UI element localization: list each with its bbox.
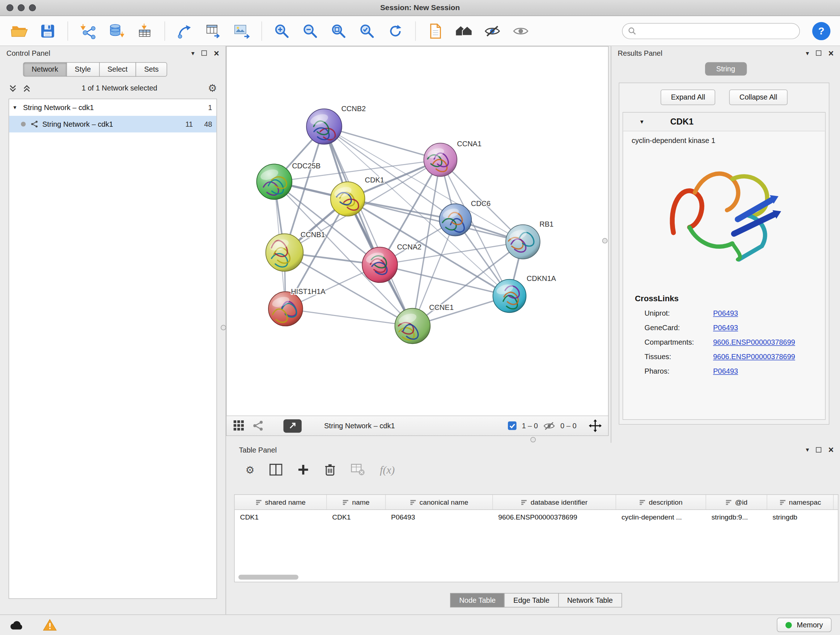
export-image-button[interactable] — [229, 18, 254, 44]
table-settings-gear-icon[interactable]: ⚙ — [245, 464, 254, 475]
warning-icon[interactable] — [43, 619, 57, 631]
zoom-out-button[interactable] — [297, 18, 323, 44]
float-panel-icon[interactable] — [816, 447, 821, 453]
open-in-new-window-button[interactable] — [283, 419, 302, 432]
expand-all-icon[interactable] — [22, 84, 31, 93]
network-node-HIST1H1A[interactable]: HIST1H1A — [268, 287, 325, 326]
panel-menu-icon[interactable]: ▾ — [191, 49, 195, 57]
import-table-button[interactable] — [132, 18, 157, 44]
import-network-from-database-button[interactable] — [103, 18, 129, 44]
open-session-button[interactable] — [6, 18, 32, 44]
zoom-fit-icon — [331, 23, 347, 39]
browser-home-button[interactable] — [451, 18, 477, 44]
network-node-CCNA1[interactable]: CCNA1 — [424, 140, 482, 176]
network-edge[interactable] — [324, 127, 440, 160]
close-window-button[interactable] — [6, 4, 13, 11]
hidden-eye-slash-icon[interactable] — [543, 421, 556, 431]
crosslink-value-link[interactable]: P06493 — [713, 324, 738, 332]
show-graphics-details-button[interactable] — [508, 18, 534, 44]
pan-crosshair-icon[interactable] — [589, 419, 602, 432]
add-column-icon[interactable] — [297, 464, 309, 476]
results-panel-title: Results Panel — [618, 49, 662, 57]
column-header-shared-name[interactable]: shared name — [235, 495, 327, 509]
help-button[interactable]: ? — [812, 22, 830, 40]
birds-eye-view-icon[interactable] — [233, 420, 245, 432]
crosslinks-list: Uniprot:P06493GeneCard:P06493Compartment… — [623, 306, 825, 379]
tab-edge-table[interactable]: Edge Table — [504, 593, 559, 608]
hide-graphics-details-button[interactable] — [479, 18, 505, 44]
splitter-handle[interactable] — [221, 325, 226, 330]
save-session-button[interactable] — [35, 18, 60, 44]
memory-button[interactable]: Memory — [777, 618, 832, 632]
tab-select[interactable]: Select — [99, 62, 136, 77]
collapse-all-button[interactable]: Collapse All — [729, 89, 788, 105]
panel-menu-icon[interactable]: ▾ — [806, 49, 809, 57]
minimize-window-button[interactable] — [18, 4, 25, 11]
column-header-name[interactable]: name — [327, 495, 386, 509]
network-node-CCNB2[interactable]: CCNB2 — [306, 105, 366, 144]
network-edge[interactable] — [286, 309, 412, 326]
network-node-RB1[interactable]: RB1 — [506, 220, 554, 259]
network-edge[interactable] — [324, 127, 412, 326]
selected-checkbox-icon[interactable] — [507, 421, 517, 431]
zoom-in-button[interactable] — [269, 18, 294, 44]
network-canvas[interactable]: CCNB2CCNA1CDC25BCDK1CDC6RB1CCNB1CCNA2CDK… — [226, 47, 608, 416]
tab-style[interactable]: Style — [66, 62, 99, 77]
gene-description: cyclin-dependent kinase 1 — [623, 131, 825, 145]
collapse-gene-icon[interactable]: ▾ — [640, 118, 644, 126]
close-panel-icon[interactable]: × — [829, 49, 834, 57]
zoom-selected-button[interactable] — [354, 18, 380, 44]
collapse-all-icon[interactable] — [9, 84, 17, 93]
close-panel-icon[interactable]: × — [829, 445, 834, 454]
float-panel-icon[interactable] — [816, 50, 821, 56]
column-header-database-identifier[interactable]: database identifier — [493, 495, 616, 509]
tab-string[interactable]: String — [705, 62, 747, 76]
network-node-CDC6[interactable]: CDC6 — [439, 200, 491, 236]
show-columns-icon[interactable] — [270, 464, 283, 476]
tab-sets[interactable]: Sets — [136, 62, 167, 77]
cloud-status-icon[interactable] — [9, 619, 25, 631]
document-button[interactable] — [423, 18, 448, 44]
gene-section-header[interactable]: ▾ CDK1 — [623, 112, 825, 131]
collapse-arrow-icon[interactable]: ▾ — [13, 104, 23, 111]
crosslink-value-link[interactable]: P06493 — [713, 310, 738, 318]
column-header-description[interactable]: description — [616, 495, 706, 509]
network-node-CDK1[interactable]: CDK1 — [331, 176, 384, 216]
tab-network[interactable]: Network — [23, 62, 67, 77]
import-network-button[interactable] — [75, 18, 101, 44]
gear-icon[interactable]: ⚙ — [208, 83, 217, 93]
delete-column-trash-icon[interactable] — [324, 463, 336, 477]
search-input[interactable] — [639, 27, 794, 35]
panel-menu-icon[interactable]: ▾ — [806, 446, 809, 454]
column-header-namespac[interactable]: namespac — [767, 495, 834, 509]
column-sort-icon — [639, 499, 646, 505]
network-overview-icon[interactable] — [253, 420, 264, 432]
refresh-layout-icon — [387, 23, 403, 39]
column-header-canonical-name[interactable]: canonical name — [386, 495, 493, 509]
network-node-CCNB1[interactable]: CCNB1 — [266, 231, 325, 272]
tab-network-table[interactable]: Network Table — [558, 593, 622, 608]
crosslink-value-link[interactable]: P06493 — [713, 367, 738, 375]
export-table-button[interactable] — [201, 18, 226, 44]
new-network-button[interactable] — [172, 18, 197, 44]
crosslink-value-link[interactable]: 9606.ENSP00000378699 — [713, 353, 795, 361]
column-header--id[interactable]: @id — [706, 495, 767, 509]
control-panel-title: Control Panel — [6, 49, 50, 57]
zoom-fit-button[interactable] — [325, 18, 351, 44]
float-panel-icon[interactable] — [202, 50, 207, 56]
network-view-panel: CCNB2CCNA1CDC25BCDK1CDC6RB1CCNB1CCNA2CDK… — [226, 46, 608, 436]
tab-node-table[interactable]: Node Table — [450, 593, 505, 608]
splitter-handle[interactable] — [602, 238, 608, 244]
horizontal-scrollbar[interactable] — [238, 575, 298, 580]
table-row[interactable]: CDK1CDK1P064939606.ENSP00000378699cyclin… — [235, 510, 838, 524]
network-node-CDKN1A[interactable]: CDKN1A — [493, 274, 556, 312]
zoom-window-button[interactable] — [29, 4, 36, 11]
network-tree-row[interactable]: ▾String Network – cdk11 — [9, 99, 216, 116]
apply-layout-button[interactable] — [382, 18, 408, 44]
crosslink-value-link[interactable]: 9606.ENSP00000378699 — [713, 338, 795, 346]
close-panel-icon[interactable]: × — [214, 49, 219, 57]
expand-all-button[interactable]: Expand All — [661, 89, 715, 105]
network-tree-row[interactable]: String Network – cdk11148 — [9, 116, 216, 133]
node-label: RB1 — [539, 220, 554, 228]
splitter-handle[interactable] — [531, 437, 536, 442]
